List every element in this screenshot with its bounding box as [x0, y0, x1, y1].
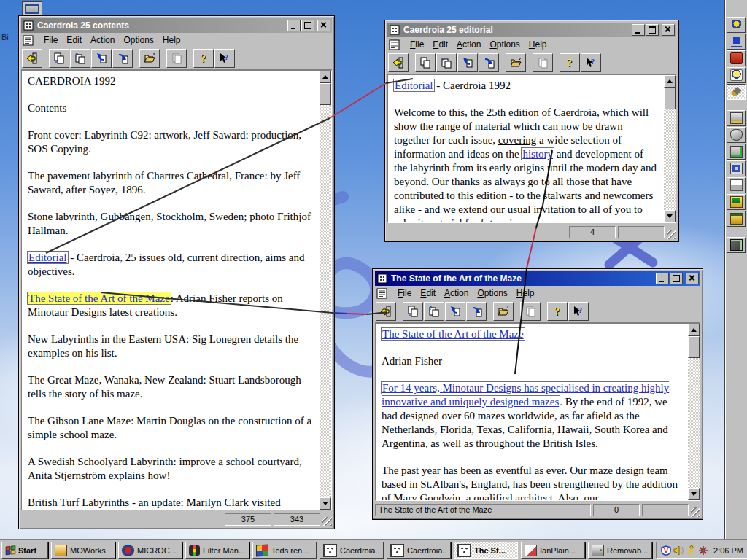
taskbar-button-moworks[interactable]: MOWorks — [51, 542, 115, 559]
open-file-button[interactable] — [139, 49, 160, 68]
menu-options[interactable]: Options — [485, 38, 524, 51]
copy-page-button[interactable] — [49, 49, 69, 68]
resize-grip[interactable] — [322, 517, 332, 526]
open-file-button[interactable] — [506, 53, 526, 72]
menu-action[interactable]: Action — [86, 34, 119, 47]
minimize-button[interactable] — [656, 273, 669, 284]
maximize-button[interactable] — [646, 24, 659, 36]
menu-file[interactable]: File — [393, 287, 416, 300]
resize-grip[interactable] — [691, 508, 700, 517]
maximize-button[interactable] — [301, 20, 314, 31]
shortcut-button-mouse[interactable] — [727, 127, 746, 143]
title-bar[interactable]: Caerdroia 25 contents — [21, 18, 332, 33]
exit-button[interactable] — [22, 49, 42, 68]
exit-button[interactable] — [376, 302, 396, 321]
scrollbar-track[interactable] — [664, 109, 676, 210]
minimize-button[interactable] — [287, 20, 301, 31]
link-forward-button[interactable] — [112, 49, 133, 68]
resize-grip[interactable] — [667, 230, 676, 239]
menu-edit[interactable]: Edit — [62, 34, 86, 47]
scroll-up-button[interactable] — [320, 71, 331, 83]
vertical-scrollbar[interactable] — [688, 324, 700, 500]
scrollbar-thumb[interactable] — [664, 88, 676, 109]
menu-options[interactable]: Options — [119, 34, 158, 47]
vertical-scrollbar[interactable] — [320, 71, 331, 510]
shortcut-button-disk-question[interactable] — [727, 110, 746, 126]
scroll-down-button[interactable] — [664, 210, 676, 222]
link-forward-button[interactable] — [479, 53, 499, 72]
link-back-button[interactable] — [445, 302, 465, 321]
title-bar[interactable]: The State of the Art of the Maze — [375, 271, 700, 286]
shortcut-button-w-letter[interactable] — [727, 34, 746, 50]
copy-button[interactable] — [520, 302, 541, 321]
taskbar-button-the-st[interactable]: The St... — [454, 542, 518, 559]
copy-button[interactable] — [166, 49, 187, 68]
taskbar-button-caerdroia[interactable]: Caerdroia... — [320, 542, 384, 559]
help-button[interactable]: ?? — [560, 53, 580, 72]
clock[interactable]: 2:06 PM — [713, 546, 743, 555]
taskbar-button-caerdroia[interactable]: Caerdroia... — [387, 542, 451, 559]
hyperlink[interactable]: Editorial — [28, 252, 68, 263]
shortcut-button-plug[interactable] — [727, 84, 746, 100]
scrollbar-thumb[interactable] — [320, 83, 331, 105]
close-button[interactable] — [686, 273, 699, 284]
exit-button[interactable] — [388, 53, 409, 72]
shortcut-button-inbox-green[interactable] — [727, 194, 746, 210]
desktop-icon-computer[interactable] — [22, 1, 42, 17]
replace-page-button[interactable]: ? — [70, 49, 90, 68]
system-menu-icon[interactable] — [376, 273, 388, 284]
document-list-icon[interactable] — [376, 287, 389, 299]
taskbar-button-removab[interactable]: Removab... — [588, 542, 652, 559]
context-help-button[interactable]: ? — [214, 49, 235, 68]
volume-icon[interactable] — [673, 545, 684, 556]
shortcut-button-floppy[interactable] — [727, 237, 746, 253]
menu-help[interactable]: Help — [512, 287, 539, 300]
document-list-icon[interactable] — [388, 39, 401, 50]
start-button[interactable]: Start — [1, 542, 48, 559]
scroll-down-button[interactable] — [320, 497, 331, 510]
document-list-icon[interactable] — [22, 34, 35, 46]
scrollbar-thumb[interactable] — [688, 336, 700, 358]
menu-action[interactable]: Action — [452, 38, 485, 51]
taskbar-button-ianplain[interactable]: IanPlain... — [521, 542, 585, 559]
title-bar[interactable]: Caerdroia 25 editorial — [387, 23, 676, 37]
link-back-button[interactable] — [457, 53, 478, 72]
help-button[interactable]: ?? — [547, 302, 568, 321]
scrollbar-track[interactable] — [320, 105, 331, 497]
replace-page-button[interactable]: ? — [424, 302, 444, 321]
menu-options[interactable]: Options — [473, 287, 511, 300]
menu-edit[interactable]: Edit — [416, 287, 440, 300]
taskbar-button-filter-man[interactable]: Filter Man... — [185, 542, 249, 559]
close-button[interactable] — [662, 24, 675, 36]
maximize-button[interactable] — [670, 273, 683, 284]
walking-person-icon[interactable] — [686, 545, 696, 556]
scrollbar-track[interactable] — [688, 358, 700, 488]
close-button[interactable] — [317, 20, 330, 31]
shortcut-button-paper-tray[interactable] — [727, 177, 746, 193]
menu-help[interactable]: Help — [525, 38, 551, 51]
scroll-up-button[interactable] — [688, 324, 700, 336]
antivirus-shield-icon[interactable]: V — [661, 545, 671, 556]
menu-file[interactable]: File — [39, 34, 62, 47]
hyperlink[interactable]: The State of the Art of the Maze — [28, 292, 171, 304]
shortcut-button-toolbox[interactable] — [727, 50, 746, 66]
shortcut-button-lightbulb[interactable] — [727, 67, 746, 83]
copy-page-button[interactable] — [403, 302, 423, 321]
taskbar-button-teds-ren[interactable]: Teds ren... — [252, 542, 317, 559]
context-help-button[interactable]: ? — [581, 53, 601, 72]
system-menu-icon[interactable] — [389, 24, 400, 36]
scroll-up-button[interactable] — [664, 75, 676, 88]
link-forward-button[interactable] — [466, 302, 487, 321]
copy-button[interactable] — [533, 53, 553, 72]
shortcut-button-inbox-yellow[interactable] — [727, 211, 746, 227]
menu-help[interactable]: Help — [158, 34, 185, 47]
replace-page-button[interactable]: ? — [436, 53, 457, 72]
scroll-down-button[interactable] — [688, 488, 700, 500]
hyperlink[interactable]: Editorial — [394, 79, 434, 91]
shortcut-button-bug[interactable] — [727, 17, 746, 33]
vertical-scrollbar[interactable] — [664, 75, 676, 222]
menu-file[interactable]: File — [406, 38, 428, 51]
context-help-button[interactable]: ? — [568, 302, 589, 321]
schedule-star-icon[interactable] — [698, 545, 708, 556]
minimize-button[interactable] — [632, 24, 645, 36]
